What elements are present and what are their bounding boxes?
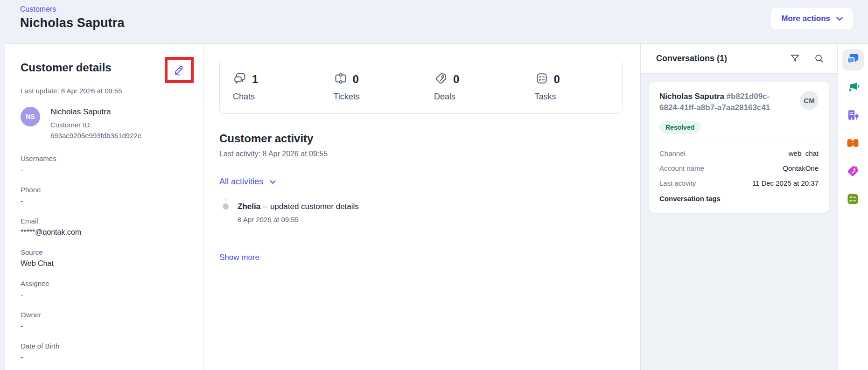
customer-details-title: Customer details — [21, 57, 112, 74]
rail-item-companies[interactable] — [842, 105, 864, 126]
filter-button[interactable] — [790, 53, 800, 64]
conversation-customer-name: Nicholas Saputra — [659, 92, 724, 101]
chats-icon — [233, 71, 247, 87]
timeline-tick — [225, 198, 226, 201]
chevron-down-icon — [270, 177, 276, 187]
company-icon — [846, 108, 860, 124]
main-content: Customer details Last update: — [5, 43, 868, 370]
field-email: Email *****@qontak.com — [21, 217, 203, 237]
rail-item-tasks[interactable] — [842, 189, 864, 210]
field-usernames: Usernames - — [21, 154, 203, 174]
stat-tickets: 0 Tickets — [321, 71, 421, 102]
customer-fields: Usernames - Phone - Email *****@qontak.c… — [21, 154, 203, 362]
field-owner: Owner - — [21, 311, 203, 330]
tasks-list-icon — [846, 192, 860, 208]
conversation-card[interactable]: Nicholas Saputra #b821d09c-6824-41ff-a8b… — [649, 82, 829, 213]
activity-timestamp: 8 Apr 2026 at 09:55 — [238, 216, 359, 223]
rail-item-broadcast[interactable] — [842, 77, 864, 98]
rail-item-tickets[interactable] — [842, 133, 864, 154]
ticket-icon — [846, 136, 860, 152]
chevron-down-icon — [836, 14, 843, 23]
customer-id-value: 693ac9205e993fdb361d922e — [50, 131, 141, 141]
deals-icon — [434, 71, 448, 87]
conversation-tags-label: Conversation tags — [659, 195, 819, 202]
field-source: Source Web Chat — [21, 248, 203, 268]
timeline-dot — [223, 203, 229, 209]
show-more-link[interactable]: Show more — [219, 253, 259, 262]
tickets-icon — [334, 71, 348, 87]
more-actions-label: More actions — [781, 14, 830, 23]
stat-chats: 1 Chats — [220, 71, 321, 102]
activity-panel: 1 Chats 0 Tickets — [204, 44, 640, 370]
rail-item-conversations[interactable] — [842, 49, 864, 70]
deals-tag-icon — [846, 164, 860, 180]
stat-deals: 0 Deals — [421, 71, 522, 102]
tasks-icon — [535, 71, 549, 87]
conversation-row-account: Account name QontakOne — [659, 164, 819, 172]
activity-text: -- updated customer details — [263, 202, 359, 211]
annotation-highlight-box — [165, 57, 194, 83]
broadcast-icon — [846, 80, 860, 96]
edit-pencil-icon — [173, 70, 185, 77]
customer-id-label: Customer ID: — [50, 120, 141, 131]
conversation-row-channel: Channel web_chat — [659, 149, 819, 157]
activity-filter-dropdown[interactable]: All activities — [219, 177, 276, 187]
breadcrumb[interactable]: Customers — [20, 5, 56, 14]
more-actions-button[interactable]: More actions — [771, 8, 853, 29]
side-icon-rail — [837, 44, 868, 370]
field-date-of-birth: Date of Birth - — [21, 342, 203, 362]
filter-funnel-icon — [790, 58, 800, 65]
field-assignee: Assignee - — [21, 279, 203, 299]
conversation-avatar: CM — [800, 91, 819, 110]
last-activity-text: Last activity: 8 Apr 2026 at 09:55 — [219, 150, 623, 158]
page-header: Customers Nicholas Saputra More actions — [0, 0, 868, 43]
customer-activity-title: Customer activity — [219, 132, 623, 145]
stats-summary-card: 1 Chats 0 Tickets — [219, 59, 623, 114]
customer-details-panel: Customer details Last update: — [5, 44, 204, 370]
conversations-icon — [846, 52, 860, 68]
activity-actor: Zhelia — [238, 202, 260, 211]
conversations-title: Conversations (1) — [656, 54, 727, 63]
page-title: Nicholas Saputra — [20, 16, 853, 30]
activity-filter-label: All activities — [219, 177, 263, 187]
last-update-text: Last update: 8 Apr 2026 at 09:55 — [21, 87, 203, 95]
field-phone: Phone - — [21, 186, 203, 205]
rail-item-deals[interactable] — [842, 161, 864, 182]
conversation-row-last-activity: Last activity 11 Dec 2025 at 20:37 — [659, 179, 819, 187]
status-badge: Resolved — [659, 121, 700, 134]
stat-tasks: 0 Tasks — [522, 71, 623, 102]
divider — [659, 142, 819, 142]
edit-customer-button[interactable] — [172, 63, 186, 77]
search-button[interactable] — [814, 53, 825, 64]
avatar: NS — [21, 107, 40, 126]
customer-name: Nicholas Saputra — [50, 107, 141, 117]
search-icon — [814, 58, 825, 65]
activity-timeline-item: Zhelia -- updated customer details 8 Apr… — [219, 198, 623, 223]
conversations-panel: Conversations (1) Nicholas Sap — [640, 44, 837, 370]
